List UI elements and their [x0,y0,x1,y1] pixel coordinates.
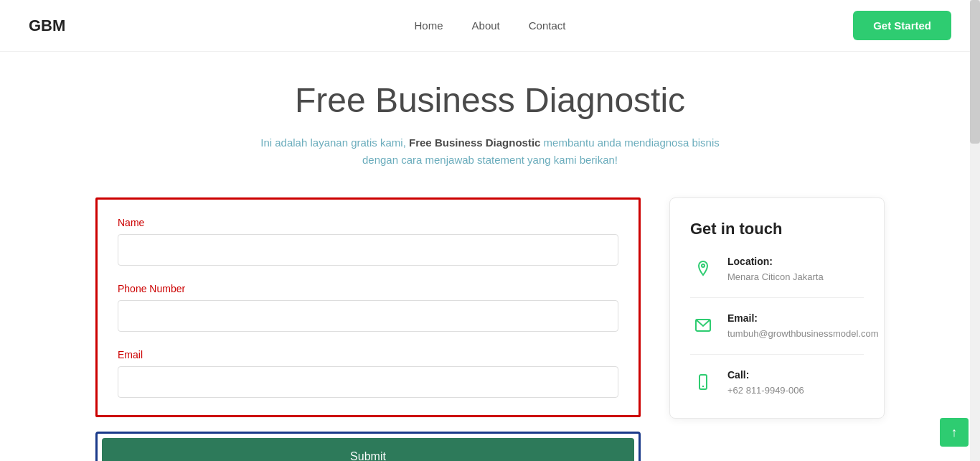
email-icon [690,312,716,338]
nav-contact[interactable]: Contact [529,19,566,32]
name-input[interactable] [118,234,618,266]
name-label: Name [118,217,618,228]
phone-icon [690,369,716,395]
logo: GBM [29,17,65,35]
page-title: Free Business Diagnostic [43,80,937,120]
nav: Home About Contact [415,19,566,32]
contact-call-text: Call: +62 811-9949-006 [727,369,804,396]
scrollbar-track [970,0,980,461]
contact-call: Call: +62 811-9949-006 [690,369,864,396]
location-label: Location: [727,256,824,267]
hero-description: Ini adalah layanan gratis kami, Free Bus… [246,134,734,169]
email-label: Email [118,349,618,360]
location-value: Menara Citicon Jakarta [727,271,824,282]
contact-location-text: Location: Menara Citicon Jakarta [727,256,824,283]
nav-about[interactable]: About [472,19,500,32]
email-label: Email: [727,312,878,324]
call-value: +62 811-9949-006 [727,385,804,396]
phone-label: Phone Number [118,283,618,294]
get-started-button[interactable]: Get Started [853,11,951,40]
contact-email: Email: tumbuh@growthbusinessmodel.com [690,312,864,355]
phone-input[interactable] [118,300,618,332]
contact-location: Location: Menara Citicon Jakarta [690,256,864,298]
scroll-top-button[interactable]: ↑ [940,418,969,447]
email-value: tumbuh@growthbusinessmodel.com [727,328,878,339]
call-label: Call: [727,369,804,381]
email-group: Email [118,349,618,398]
hero-desc-bold: Free Business Diagnostic [409,136,540,149]
form-wrapper: Name Phone Number Email [95,197,641,417]
hero-section: Free Business Diagnostic Ini adalah laya… [43,80,937,169]
contact-card: Get in touch Location: Menara Citicon Ja… [669,197,885,419]
form-section: Name Phone Number Email Submit [95,197,641,461]
contact-title: Get in touch [690,220,864,238]
location-icon [690,256,716,281]
submit-wrapper: Submit [95,432,641,461]
scrollbar-thumb [970,0,980,144]
phone-group: Phone Number [118,283,618,332]
svg-point-0 [702,264,705,267]
main-layout: Name Phone Number Email Submit Get in to [95,197,885,461]
name-group: Name [118,217,618,266]
page-content: Free Business Diagnostic Ini adalah laya… [0,52,980,461]
header: GBM Home About Contact Get Started [0,0,980,52]
nav-home[interactable]: Home [415,19,443,32]
submit-button[interactable]: Submit [102,438,634,461]
email-input[interactable] [118,366,618,398]
hero-desc-plain: Ini adalah layanan gratis kami, [260,136,409,149]
contact-email-text: Email: tumbuh@growthbusinessmodel.com [727,312,878,340]
